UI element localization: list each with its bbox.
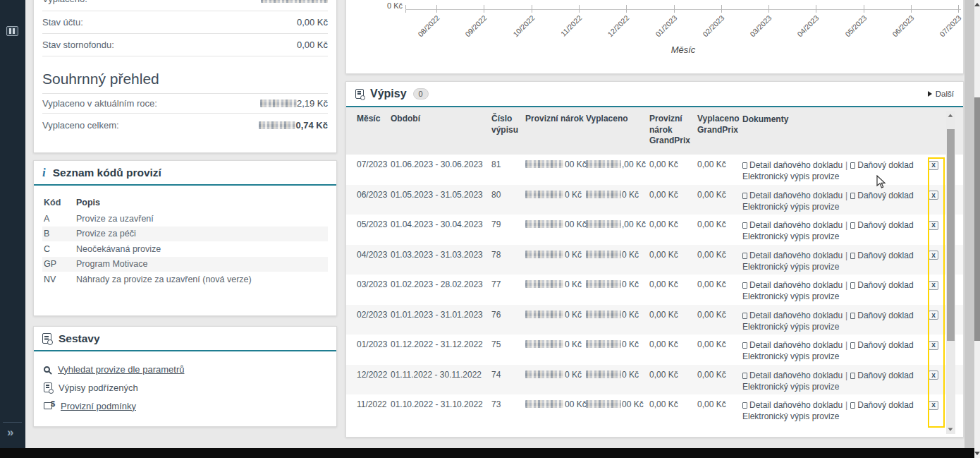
- table-row: GP Program Motivace: [42, 257, 328, 272]
- table-row: B Provize za péči: [42, 227, 328, 242]
- excel-export-icon[interactable]: X: [929, 401, 938, 410]
- col-vyplaceno-grandprix: Vyplaceno GrandPrix: [697, 114, 742, 150]
- report-link[interactable]: Výpisy podřízených: [44, 378, 326, 397]
- summary-heading-row: Souhrnný přehled: [42, 65, 328, 94]
- redacted-amount: [586, 311, 621, 318]
- excel-export-icon[interactable]: X: [929, 251, 938, 260]
- detail-danoveho-dokladu-link[interactable]: Detail daňového dokladu: [749, 340, 843, 350]
- detail-danoveho-dokladu-link[interactable]: Detail daňového dokladu: [749, 191, 843, 200]
- cell-vyplaceno: 00 Kč: [586, 399, 649, 425]
- detail-danoveho-dokladu-link[interactable]: Detail daňového dokladu: [749, 400, 843, 410]
- danovy-doklad-link[interactable]: Daňový doklad: [857, 220, 913, 230]
- report-link-label[interactable]: Vyhledat provize dle parametrů: [58, 364, 184, 375]
- page-scrollbar-thumb[interactable]: [974, 97, 980, 341]
- cell-vyplaceno-grandprix: 0,00 Kč: [697, 310, 742, 335]
- excel-export-icon[interactable]: X: [929, 281, 938, 290]
- x-tick: [436, 5, 437, 13]
- money-document-icon: [44, 402, 52, 409]
- elektronicky-vypis-provize-link[interactable]: Elektronický výpis provize: [742, 411, 839, 421]
- report-link[interactable]: Vyhledat provize dle parametrů: [44, 360, 326, 378]
- danovy-doklad-link[interactable]: Daňový doklad: [857, 160, 913, 170]
- page-scrollbar[interactable]: [974, 0, 980, 458]
- redacted-amount: [586, 370, 621, 378]
- danovy-doklad-link[interactable]: Daňový doklad: [857, 400, 913, 410]
- table-row: C Neočekávaná provize: [42, 241, 328, 257]
- danovy-doklad-link[interactable]: Daňový doklad: [857, 280, 913, 290]
- document-icon: [742, 313, 747, 319]
- report-link[interactable]: Provizní podmínky: [44, 397, 326, 415]
- redacted-amount: [525, 370, 563, 378]
- sidebar-expand-button[interactable]: »: [7, 426, 13, 440]
- scroll-up-icon[interactable]: [974, 3, 980, 6]
- danovy-doklad-link[interactable]: Daňový doklad: [857, 340, 913, 350]
- elektronicky-vypis-provize-link[interactable]: Elektronický výpis provize: [742, 382, 839, 392]
- danovy-doklad-link[interactable]: Daňový doklad: [857, 370, 913, 380]
- document-links-line1: Detail daňového dokladu|Daňový doklad: [742, 191, 914, 200]
- cell-provizni-narok: 0 Kč: [525, 370, 586, 395]
- table-scrollbar-thumb[interactable]: [947, 129, 955, 341]
- reports-card: Sestavy Vyhledat provize dle parametrů V…: [33, 326, 337, 427]
- report-link-label[interactable]: Provizní podmínky: [61, 401, 136, 411]
- summary-row: Vyplaceno v aktuálním roce: 2,19 Kč: [42, 94, 328, 114]
- cell-provizni-narok-grandprix: 0,00 Kč: [649, 250, 697, 275]
- detail-danoveho-dokladu-link[interactable]: Detail daňového dokladu: [749, 280, 843, 290]
- grid-panel-icon[interactable]: [6, 26, 18, 36]
- cell-mesic: 07/2023: [357, 159, 391, 185]
- document-links-line2: Elektronický výpis provize: [742, 291, 839, 301]
- scroll-down-icon[interactable]: [974, 452, 980, 455]
- table-row: 05/2023 01.04.2023 - 30.04.2023 79 00 Kč…: [346, 215, 963, 245]
- excel-export-icon[interactable]: X: [929, 370, 938, 380]
- elektronicky-vypis-provize-link[interactable]: Elektronický výpis provize: [742, 171, 839, 181]
- detail-danoveho-dokladu-link[interactable]: Detail daňového dokladu: [749, 160, 843, 170]
- redacted-amount: [259, 121, 295, 129]
- cell-vyplaceno-grandprix: 0,00 Kč: [697, 159, 742, 185]
- statements-header: Výpisy 0 Další: [346, 82, 963, 107]
- elektronicky-vypis-provize-link[interactable]: Elektronický výpis provize: [742, 231, 839, 241]
- cell-provizni-narok: 0 Kč: [525, 250, 586, 275]
- elektronicky-vypis-provize-link[interactable]: Elektronický výpis provize: [742, 291, 839, 301]
- elektronicky-vypis-provize-link[interactable]: Elektronický výpis provize: [742, 262, 839, 272]
- detail-danoveho-dokladu-link[interactable]: Detail daňového dokladu: [749, 311, 843, 320]
- excel-export-icon[interactable]: X: [929, 191, 938, 200]
- cell-export: X: [923, 370, 944, 395]
- cell-vyplaceno: 0 Kč: [586, 250, 649, 275]
- cell-vyplaceno-grandprix: 0,00 Kč: [697, 190, 742, 215]
- document-links-line1: Detail daňového dokladu|Daňový doklad: [742, 311, 914, 320]
- document-icon: [850, 253, 855, 259]
- scroll-down-icon[interactable]: [948, 428, 953, 430]
- excel-export-icon[interactable]: X: [929, 161, 938, 170]
- x-axis-title: Měsíc: [655, 44, 711, 55]
- cell-mesic: 01/2023: [357, 339, 391, 365]
- redacted-amount: [586, 400, 621, 408]
- cell-mesic: 04/2023: [357, 250, 391, 275]
- detail-danoveho-dokladu-link[interactable]: Detail daňového dokladu: [749, 370, 843, 380]
- link-separator: |: [845, 280, 847, 290]
- x-tick: [532, 5, 532, 13]
- danovy-doklad-link[interactable]: Daňový doklad: [857, 251, 913, 260]
- redacted-amount: [586, 251, 621, 258]
- excel-export-icon[interactable]: X: [929, 221, 938, 230]
- report-link-label[interactable]: Výpisy podřízených: [59, 382, 138, 393]
- document-icon: [850, 313, 855, 319]
- link-separator: |: [845, 400, 847, 410]
- detail-danoveho-dokladu-link[interactable]: Detail daňového dokladu: [749, 220, 843, 230]
- x-tick-label: 08/2022: [405, 13, 441, 49]
- detail-danoveho-dokladu-link[interactable]: Detail daňového dokladu: [749, 251, 843, 260]
- elektronicky-vypis-provize-link[interactable]: Elektronický výpis provize: [742, 202, 839, 212]
- elektronicky-vypis-provize-link[interactable]: Elektronický výpis provize: [742, 351, 839, 361]
- elektronicky-vypis-provize-link[interactable]: Elektronický výpis provize: [742, 322, 839, 332]
- scroll-up-icon[interactable]: [948, 114, 953, 116]
- next-label[interactable]: Další: [936, 90, 954, 98]
- excel-export-icon[interactable]: X: [929, 341, 938, 350]
- table-scrollbar[interactable]: [946, 111, 955, 434]
- next-button[interactable]: Další: [928, 90, 954, 98]
- excel-export-icon[interactable]: X: [929, 311, 938, 320]
- redacted-amount: [525, 160, 563, 168]
- redacted-amount: [586, 340, 621, 348]
- danovy-doklad-link[interactable]: Daňový doklad: [857, 191, 913, 200]
- danovy-doklad-link[interactable]: Daňový doklad: [857, 311, 913, 320]
- statements-title: Výpisy: [370, 88, 407, 100]
- col-kod: Kód: [42, 198, 76, 207]
- cell-dokumenty: Detail daňového dokladu|Daňový doklad El…: [742, 190, 923, 215]
- document-icon: [742, 253, 747, 259]
